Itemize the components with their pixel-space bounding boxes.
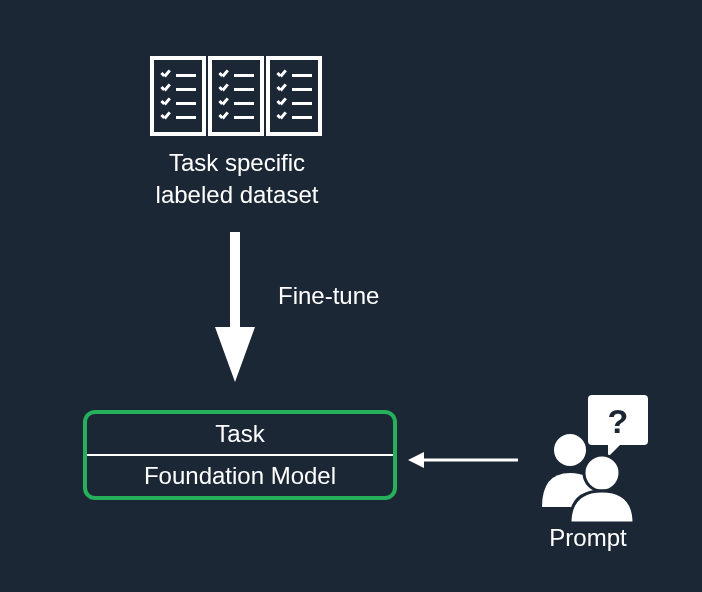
svg-marker-0 xyxy=(215,232,255,382)
document-icon xyxy=(208,56,264,136)
svg-text:?: ? xyxy=(608,402,629,440)
svg-marker-2 xyxy=(408,452,424,468)
arrow-down-icon xyxy=(215,232,255,382)
document-icon xyxy=(266,56,322,136)
checklist-documents-icon xyxy=(150,56,322,136)
dataset-label: Task specific labeled dataset xyxy=(112,147,362,212)
svg-point-7 xyxy=(584,455,620,491)
prompt-label: Prompt xyxy=(528,524,648,552)
foundation-model-label: Foundation Model xyxy=(87,456,393,496)
user-question-icon: ? xyxy=(530,395,650,525)
model-box: Task Foundation Model xyxy=(83,410,397,500)
document-icon xyxy=(150,56,206,136)
dataset-label-line1: Task specific xyxy=(169,149,305,176)
diagram-canvas: Task specific labeled dataset Fine-tune … xyxy=(0,0,702,592)
svg-marker-4 xyxy=(608,443,622,457)
dataset-label-line2: labeled dataset xyxy=(156,181,319,208)
task-label: Task xyxy=(87,414,393,456)
svg-point-6 xyxy=(554,434,586,466)
finetune-label: Fine-tune xyxy=(278,282,379,310)
arrow-left-icon xyxy=(408,450,518,470)
